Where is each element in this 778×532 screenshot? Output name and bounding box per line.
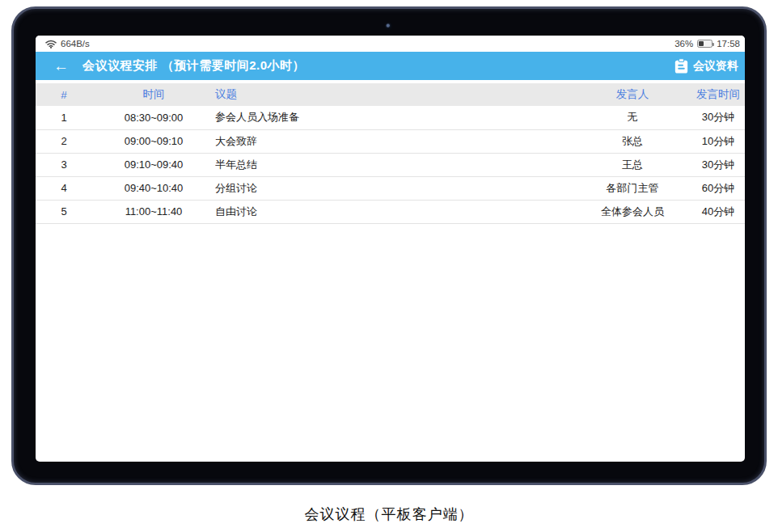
table-row[interactable]: 309:10~09:40半年总结王总30分钟 (36, 153, 745, 176)
table-cell: 参会人员入场准备 (215, 106, 573, 129)
status-bar: 664B/s 36% 17:58 (36, 36, 745, 52)
table-cell: 09:10~09:40 (92, 153, 215, 176)
agenda-table-body: 108:30~09:00参会人员入场准备无30分钟209:00~09:10大会致… (36, 106, 745, 223)
figure-caption: 会议议程（平板客户端） (0, 505, 778, 524)
table-cell: 40分钟 (691, 200, 745, 223)
table-cell: 08:30~09:00 (92, 106, 215, 129)
table-cell: 11:00~11:40 (92, 200, 215, 223)
table-cell: 自由讨论 (215, 200, 573, 223)
table-cell: 4 (36, 176, 92, 200)
table-row[interactable]: 409:40~10:40分组讨论各部门主管60分钟 (36, 176, 745, 200)
front-camera-icon (385, 23, 392, 30)
page-title: 会议议程安排 （预计需要时间2.0小时） (82, 58, 305, 74)
table-cell: 分组讨论 (215, 176, 573, 200)
table-cell: 半年总结 (215, 153, 573, 176)
column-header-speaker: 发言人 (573, 83, 691, 106)
meeting-docs-button[interactable]: 会议资料 (673, 57, 740, 75)
table-cell: 2 (36, 129, 92, 153)
table-cell: 1 (36, 106, 92, 129)
network-speed: 664B/s (61, 39, 90, 49)
table-cell: 5 (36, 200, 92, 223)
meeting-docs-label: 会议资料 (693, 59, 738, 74)
table-cell: 09:40~10:40 (92, 176, 215, 200)
column-header-duration: 发言时间 (691, 83, 745, 106)
table-cell: 各部门主管 (573, 176, 691, 200)
battery-percent: 36% (674, 39, 693, 49)
table-cell: 无 (573, 106, 691, 129)
status-bar-right: 36% 17:58 (674, 39, 740, 49)
tablet-screen: 664B/s 36% 17:58 ← 会议议程安排 （预计需要时间2.0小时） (36, 36, 745, 462)
tablet-device-frame: 664B/s 36% 17:58 ← 会议议程安排 （预计需要时间2.0小时） (11, 6, 767, 485)
battery-fill (699, 41, 703, 46)
back-button[interactable]: ← (53, 58, 74, 74)
table-row[interactable]: 511:00~11:40自由讨论全体参会人员40分钟 (36, 200, 745, 223)
column-header-index: # (36, 83, 92, 106)
column-header-topic: 议题 (215, 83, 573, 106)
table-cell: 全体参会人员 (573, 200, 691, 223)
table-cell: 王总 (573, 153, 691, 176)
table-cell: 30分钟 (691, 153, 745, 176)
table-cell: 10分钟 (691, 129, 745, 153)
table-row[interactable]: 108:30~09:00参会人员入场准备无30分钟 (36, 106, 745, 129)
table-row[interactable]: 209:00~09:10大会致辞张总10分钟 (36, 129, 745, 153)
table-cell: 张总 (573, 129, 691, 153)
clipboard-icon (674, 58, 688, 74)
table-cell: 30分钟 (691, 106, 745, 129)
agenda-table: # 时间 议题 发言人 发言时间 108:30~09:00参会人员入场准备无30… (36, 83, 745, 224)
table-header-row: # 时间 议题 发言人 发言时间 (36, 83, 745, 106)
back-arrow-icon: ← (53, 57, 69, 74)
status-bar-left: 664B/s (45, 39, 90, 49)
clock: 17:58 (717, 39, 740, 49)
table-cell: 60分钟 (691, 176, 745, 200)
page: 664B/s 36% 17:58 ← 会议议程安排 （预计需要时间2.0小时） (0, 0, 778, 532)
column-header-time: 时间 (92, 83, 215, 106)
table-cell: 大会致辞 (215, 129, 573, 153)
table-cell: 3 (36, 153, 92, 176)
app-bar: ← 会议议程安排 （预计需要时间2.0小时） 会议资料 (36, 52, 745, 80)
wifi-icon (45, 40, 57, 49)
table-cell: 09:00~09:10 (92, 129, 215, 153)
battery-icon (697, 40, 712, 48)
